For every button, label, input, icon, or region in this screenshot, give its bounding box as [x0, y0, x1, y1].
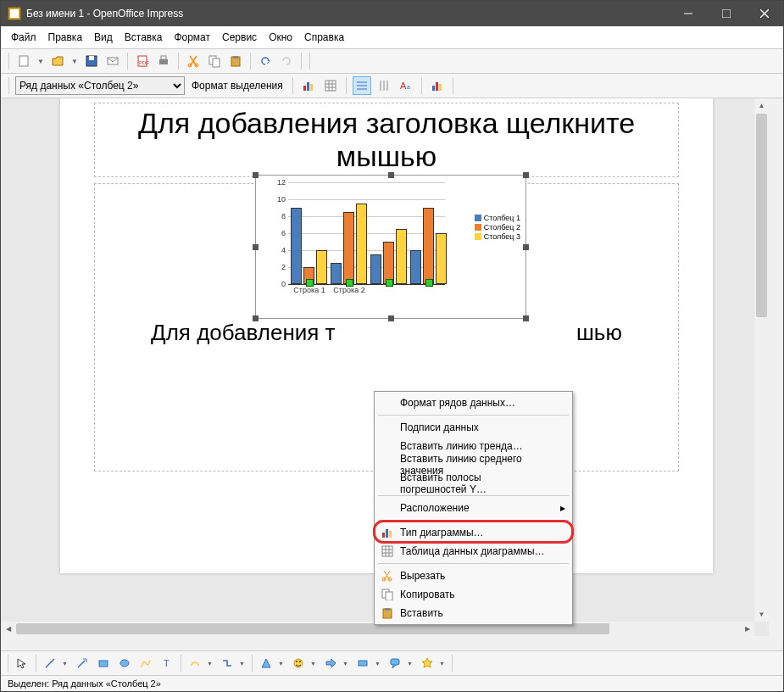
bar-s2-c4[interactable] — [423, 208, 434, 284]
canvas-area[interactable]: Для добавления заголовка щелкните мышью … — [1, 98, 783, 650]
element-select[interactable]: Ряд данных «Столбец 2» — [15, 76, 185, 95]
cm-paste[interactable]: Вставить — [376, 604, 570, 622]
xtick: Строка 2 — [328, 286, 370, 294]
cm-data-table[interactable]: Таблица данных диаграммы… — [376, 542, 570, 561]
chart-object[interactable]: 12 10 8 6 4 2 0 — [255, 175, 526, 319]
bar-s3-c3[interactable] — [396, 229, 407, 284]
menu-view[interactable]: Вид — [89, 30, 118, 45]
paste-button[interactable] — [226, 52, 245, 70]
ytick: 12 — [277, 178, 286, 187]
bar-s3-c1[interactable] — [316, 250, 327, 284]
format-selection-label[interactable]: Формат выделения — [188, 80, 286, 92]
cm-cut[interactable]: Вырезать — [376, 566, 570, 585]
svg-point-59 — [296, 661, 297, 662]
redo-button[interactable] — [277, 52, 296, 70]
pdf-button[interactable]: PDF — [133, 52, 152, 70]
cm-copy[interactable]: Копировать — [376, 585, 570, 604]
legend-item: Столбец 2 — [484, 223, 520, 232]
open-dropdown[interactable]: ▼ — [70, 58, 80, 65]
cm-arrange[interactable]: Расположение▶ — [376, 499, 570, 517]
paste-icon — [380, 606, 395, 621]
undo-button[interactable] — [256, 52, 275, 70]
print-button[interactable] — [154, 52, 173, 70]
ytick: 0 — [281, 280, 286, 288]
mail-button[interactable] — [103, 52, 122, 70]
bar-s2-c1[interactable] — [303, 267, 314, 284]
menu-insert[interactable]: Вставка — [120, 30, 168, 45]
bar-s3-c2[interactable] — [356, 204, 367, 284]
block-arrows-tool[interactable] — [321, 654, 340, 672]
chart-plot-area[interactable]: 12 10 8 6 4 2 0 — [273, 182, 447, 305]
stars-tool[interactable] — [418, 654, 436, 672]
svg-rect-41 — [389, 531, 392, 538]
text-left-fragment: Для добавления т — [151, 320, 335, 345]
freeform-tool[interactable] — [136, 654, 155, 672]
text-scale-button[interactable]: Aa — [397, 76, 415, 95]
close-button[interactable] — [745, 1, 783, 26]
context-menu: Формат рядов данных… Подписи данных Вста… — [374, 391, 573, 625]
svg-rect-12 — [159, 59, 168, 64]
maximize-button[interactable] — [707, 1, 745, 26]
chart-bars[interactable] — [288, 182, 445, 284]
cm-format-series[interactable]: Формат рядов данных… — [376, 393, 570, 412]
svg-text:PDF: PDF — [139, 60, 149, 65]
rect-tool[interactable] — [94, 654, 113, 672]
bar-s1-c3[interactable] — [370, 254, 381, 284]
flowchart-tool[interactable] — [353, 654, 372, 672]
ellipse-tool[interactable] — [115, 654, 134, 672]
arrow-tool[interactable] — [73, 654, 92, 672]
slide-title-placeholder[interactable]: Для добавления заголовка щелкните мышью — [94, 103, 679, 177]
legend-item: Столбец 1 — [484, 214, 520, 222]
menu-format[interactable]: Формат — [169, 30, 215, 45]
grid-h-button[interactable] — [353, 76, 371, 95]
xtick: Строка 1 — [288, 286, 331, 294]
bar-s1-c1[interactable] — [291, 208, 302, 284]
cm-error-bars[interactable]: Вставить полосы погрешностей Y… — [376, 474, 570, 493]
ytick: 6 — [281, 229, 286, 237]
ytick: 10 — [277, 195, 286, 204]
basic-shapes-tool[interactable] — [257, 654, 275, 672]
curve-tool[interactable] — [186, 654, 204, 672]
menu-tools[interactable]: Сервис — [217, 30, 262, 45]
chart-type-button[interactable] — [299, 76, 318, 95]
menu-help[interactable]: Справка — [299, 30, 349, 45]
menu-file[interactable]: Файл — [6, 30, 42, 45]
svg-rect-37 — [436, 82, 438, 91]
svg-rect-40 — [386, 529, 388, 538]
bar-s1-c2[interactable] — [331, 263, 342, 284]
svg-rect-36 — [432, 86, 435, 91]
copy-button[interactable] — [205, 52, 224, 70]
data-table-button[interactable] — [321, 76, 340, 95]
bar-s3-c4[interactable] — [436, 233, 447, 284]
open-button[interactable] — [48, 52, 67, 70]
text-right-fragment: шью — [576, 320, 622, 345]
toolbar-main: ▼ ▼ PDF — [1, 49, 783, 74]
save-button[interactable] — [82, 52, 101, 70]
symbol-shapes-tool[interactable] — [289, 654, 308, 672]
connector-tool[interactable] — [218, 654, 236, 672]
cut-button[interactable] — [184, 52, 203, 70]
bar-s2-c3[interactable] — [383, 242, 394, 284]
line-tool[interactable] — [41, 654, 59, 672]
bar-s2-c2[interactable] — [343, 212, 354, 284]
svg-rect-6 — [19, 56, 28, 66]
new-button[interactable] — [14, 52, 33, 70]
svg-point-48 — [388, 578, 392, 581]
chart-legend[interactable]: Столбец 1 Столбец 2 Столбец 3 — [475, 213, 520, 242]
menu-window[interactable]: Окно — [264, 30, 297, 45]
vertical-scrollbar[interactable]: ▲ ▼ — [754, 98, 769, 622]
cm-data-labels[interactable]: Подписи данных — [376, 418, 570, 437]
svg-rect-19 — [233, 56, 238, 59]
cm-chart-type[interactable]: Тип диаграммы… — [376, 523, 570, 542]
reorganize-button[interactable] — [428, 76, 447, 95]
svg-rect-39 — [382, 533, 385, 538]
text-tool[interactable]: T — [158, 654, 176, 672]
menu-edit[interactable]: Правка — [43, 30, 88, 45]
callout-tool[interactable] — [386, 654, 404, 672]
svg-point-47 — [382, 578, 386, 581]
bar-s1-c4[interactable] — [410, 250, 421, 284]
minimize-button[interactable] — [669, 1, 707, 26]
new-dropdown[interactable]: ▼ — [36, 58, 46, 65]
grid-v-button[interactable] — [375, 76, 393, 95]
pointer-tool[interactable] — [13, 654, 31, 672]
